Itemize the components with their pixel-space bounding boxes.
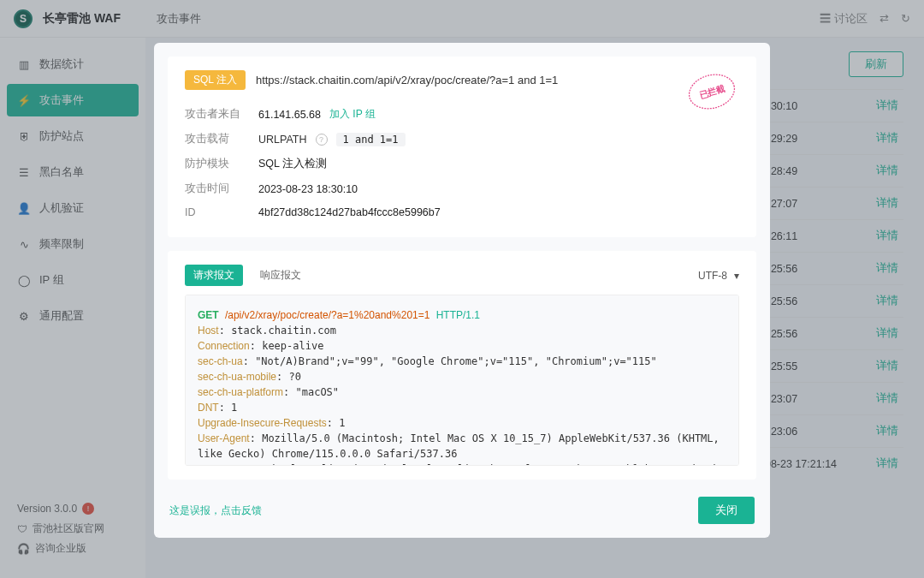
label-id: ID: [185, 206, 258, 218]
false-report-link[interactable]: 这是误报，点击反馈: [169, 504, 262, 518]
help-icon[interactable]: ?: [316, 134, 328, 146]
label-attacker: 攻击者来自: [185, 107, 258, 122]
payload-code: 1 and 1=1: [336, 133, 406, 146]
label-payload: 攻击载荷: [185, 132, 258, 146]
attack-url: https://stack.chaitin.com/api/v2/xray/po…: [256, 74, 558, 86]
http-request-box[interactable]: GET /api/v2/xray/poc/create/?a=1%20and%2…: [185, 295, 739, 466]
svg-text:已拦截: 已拦截: [698, 84, 726, 99]
attacker-ip: 61.141.65.68: [258, 109, 321, 121]
http-card: 请求报文 响应报文 UTF-8▾ GET /api/v2/xray/poc/cr…: [168, 251, 756, 480]
attack-detail-modal: 已拦截 SQL 注入 https://stack.chaitin.com/api…: [154, 43, 770, 538]
tab-request[interactable]: 请求报文: [185, 265, 243, 286]
id-value: 4bf27dd38c124d27bab4fccc8e5996b7: [258, 206, 441, 218]
module-value: SQL 注入检测: [258, 157, 327, 171]
encoding-select[interactable]: UTF-8▾: [698, 270, 739, 282]
modal-overlay[interactable]: 已拦截 SQL 注入 https://stack.chaitin.com/api…: [0, 0, 924, 578]
encoding-label: UTF-8: [698, 270, 727, 282]
close-button[interactable]: 关闭: [698, 497, 755, 524]
attack-type-badge: SQL 注入: [185, 70, 246, 90]
label-time: 攻击时间: [185, 182, 258, 196]
label-module: 防护模块: [185, 157, 258, 171]
chevron-down-icon: ▾: [734, 270, 739, 282]
add-ip-group-link[interactable]: 加入 IP 组: [329, 107, 376, 122]
payload-type: URLPATH: [258, 134, 307, 146]
time-value: 2023-08-23 18:30:10: [258, 182, 358, 196]
tab-response[interactable]: 响应报文: [252, 265, 310, 286]
blocked-stamp: 已拦截: [684, 69, 739, 115]
summary-card: 已拦截 SQL 注入 https://stack.chaitin.com/api…: [168, 57, 756, 237]
